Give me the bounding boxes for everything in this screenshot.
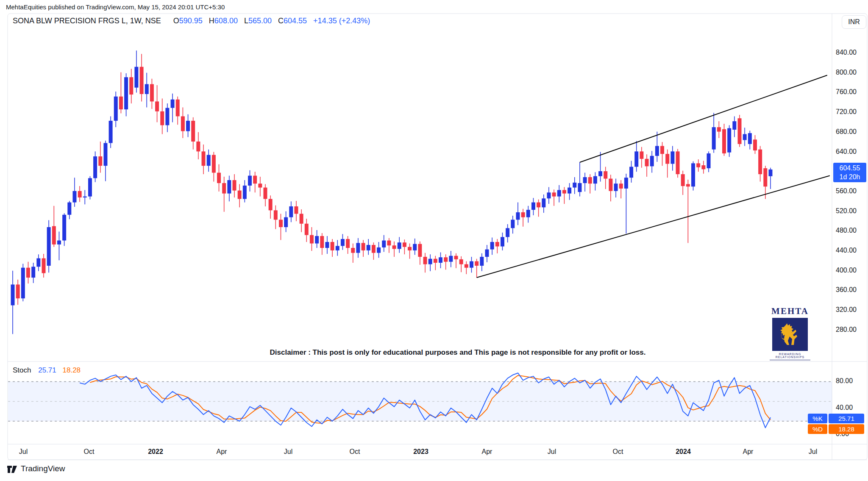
price-tick-label: 440.00 (836, 247, 857, 254)
price-tick-label: 280.00 (836, 326, 857, 334)
price-tick-label: 840.00 (836, 49, 857, 56)
price-tick-label: 480.00 (836, 227, 857, 234)
price-tick-label: 520.00 (836, 207, 857, 215)
time-axis-label: Jul (284, 448, 292, 456)
time-axis-label: Oct (350, 448, 360, 456)
currency-button[interactable]: INR (842, 15, 866, 29)
bar-countdown: 1d 20h (833, 172, 866, 181)
time-axis-label: Oct (84, 448, 95, 456)
stoch-d-value: 18.28 (63, 366, 81, 374)
stoch-k-value: 25.71 (38, 366, 56, 374)
time-axis-label: 2022 (148, 448, 163, 456)
time-axis-label: Apr (743, 448, 754, 456)
price-tick-label: 400.00 (836, 267, 857, 274)
high-label: H (209, 17, 214, 25)
time-axis-label: Oct (613, 448, 623, 456)
stoch-legend[interactable]: Stoch 25.71 18.28 (13, 366, 81, 375)
time-axis-label: Apr (482, 448, 492, 456)
mehta-tagline: REWARDING RELATIONSHIPS (770, 353, 810, 360)
price-tick-label: 800.00 (836, 69, 857, 76)
time-axis-label: Jul (548, 448, 556, 456)
price-tick-label: 360.00 (836, 286, 857, 294)
stoch-d-badge: %D 18.28 (808, 424, 864, 434)
time-axis-label: Apr (217, 448, 227, 456)
change-value: +14.35 (+2.43%) (313, 17, 370, 25)
stoch-tick-label: 40.00 (836, 404, 853, 411)
price-tick-label: 560.00 (836, 187, 857, 195)
price-tick-label: 760.00 (836, 88, 857, 96)
disclaimer-text: Disclaimer : This post is only for educa… (237, 348, 678, 357)
price-tick-label: 720.00 (836, 108, 857, 116)
stoch-k-badge-label: %K (808, 414, 827, 423)
price-tick-label: 320.00 (836, 306, 857, 314)
stoch-k-badge: %K 25.71 (808, 414, 864, 423)
mehta-logo: MEHTA REWARDING RELATIONSHIPS (770, 306, 810, 360)
mehta-lion-icon (772, 318, 808, 351)
open-value: 590.95 (179, 17, 203, 25)
time-axis-label: 2024 (676, 448, 691, 456)
last-price-badge: 604.55 1d 20h (833, 163, 866, 182)
low-value: 565.00 (248, 17, 272, 25)
close-value: 604.55 (284, 17, 307, 25)
stoch-d-badge-label: %D (808, 424, 827, 434)
tradingview-wordmark: TradingView (21, 464, 65, 473)
high-value: 608.00 (214, 17, 238, 25)
open-label: O (173, 17, 179, 25)
time-axis-label: Jul (19, 448, 28, 456)
last-price-value: 604.55 (833, 164, 866, 172)
price-chart-canvas[interactable] (0, 0, 868, 481)
price-tick-label: 640.00 (836, 148, 857, 156)
low-label: L (244, 17, 248, 25)
tradingview-logo[interactable]: TradingView (7, 464, 65, 474)
tradingview-glyph-icon (7, 464, 18, 474)
close-label: C (278, 17, 284, 25)
time-axis-label: 2023 (413, 448, 428, 456)
stoch-k-badge-value: 25.71 (829, 414, 864, 423)
time-axis-label: Jul (809, 448, 817, 456)
price-tick-label: 680.00 (836, 128, 857, 136)
stoch-tick-label: 80.00 (836, 377, 853, 385)
symbol-title[interactable]: SONA BLW PRECISION FRGS L, 1W, NSE (13, 17, 161, 25)
stoch-d-badge-value: 18.28 (829, 424, 864, 434)
symbol-title-row[interactable]: SONA BLW PRECISION FRGS L, 1W, NSE O590.… (13, 17, 370, 25)
mehta-brand-text: MEHTA (770, 306, 810, 317)
stoch-label: Stoch (13, 366, 31, 374)
